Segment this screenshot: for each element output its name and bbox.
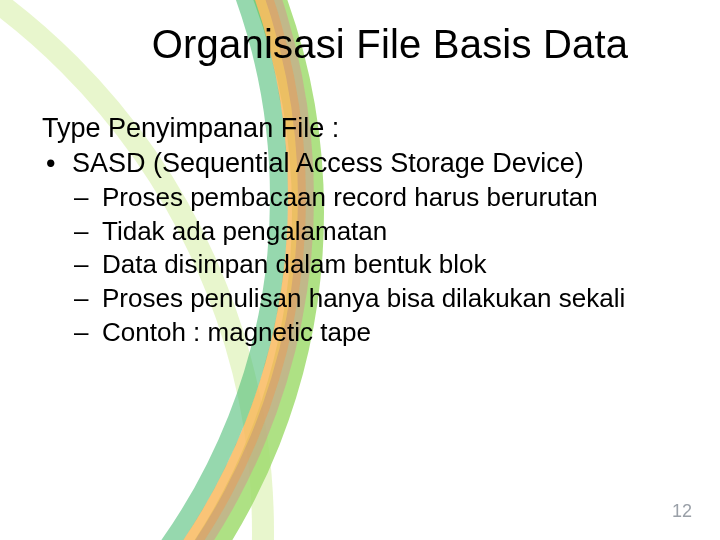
sub-bullet-text: Proses penulisan hanya bisa dilakukan se…: [102, 283, 625, 313]
sub-bullet-text: Contoh : magnetic tape: [102, 317, 371, 347]
bullet-list: SASD (Sequential Access Storage Device) …: [42, 147, 700, 349]
list-item: Contoh : magnetic tape: [72, 317, 700, 349]
list-item: Proses pembacaan record harus berurutan: [72, 182, 700, 214]
intro-line: Type Penyimpanan File :: [42, 112, 700, 145]
page-number: 12: [672, 501, 692, 522]
slide-title-wrap: Organisasi File Basis Data: [0, 22, 720, 67]
bullet-text: SASD (Sequential Access Storage Device): [72, 148, 584, 178]
slide-title: Organisasi File Basis Data: [92, 22, 629, 67]
list-item: SASD (Sequential Access Storage Device) …: [42, 147, 700, 349]
list-item: Data disimpan dalam bentuk blok: [72, 249, 700, 281]
sub-bullet-text: Tidak ada pengalamatan: [102, 216, 387, 246]
sub-bullet-list: Proses pembacaan record harus berurutan …: [72, 182, 700, 349]
slide-body: Type Penyimpanan File : SASD (Sequential…: [42, 112, 700, 348]
list-item: Tidak ada pengalamatan: [72, 216, 700, 248]
sub-bullet-text: Data disimpan dalam bentuk blok: [102, 249, 486, 279]
list-item: Proses penulisan hanya bisa dilakukan se…: [72, 283, 700, 315]
sub-bullet-text: Proses pembacaan record harus berurutan: [102, 182, 598, 212]
